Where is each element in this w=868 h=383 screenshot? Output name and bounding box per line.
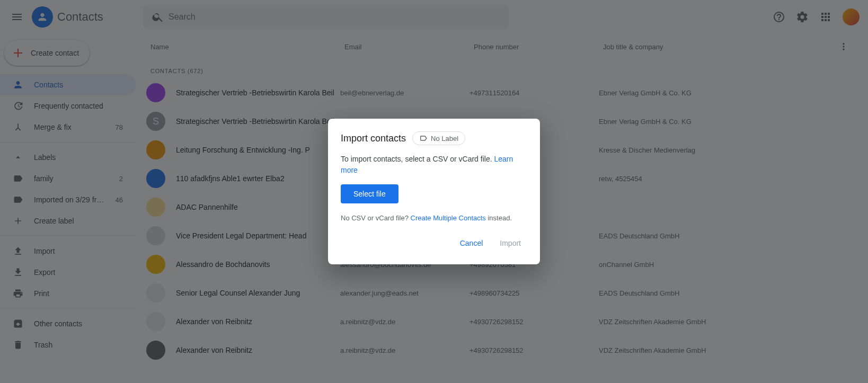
import-contacts-dialog: Import contacts No Label To import conta…	[328, 119, 540, 264]
label-outline-icon	[419, 134, 428, 142]
select-file-button[interactable]: Select file	[341, 184, 398, 203]
modal-scrim[interactable]: Import contacts No Label To import conta…	[0, 0, 868, 383]
dialog-sub-text: No CSV or vCard file? Create Multiple Co…	[341, 214, 527, 222]
create-multiple-link[interactable]: Create Multiple Contacts	[411, 214, 486, 222]
dialog-title: Import contacts	[341, 133, 406, 144]
dialog-label-selector[interactable]: No Label	[412, 131, 465, 145]
dialog-body-text: To import contacts, select a CSV or vCar…	[341, 154, 527, 176]
cancel-button[interactable]: Cancel	[454, 235, 490, 252]
import-button[interactable]: Import	[493, 235, 527, 252]
label-chip-text: No Label	[431, 135, 458, 142]
